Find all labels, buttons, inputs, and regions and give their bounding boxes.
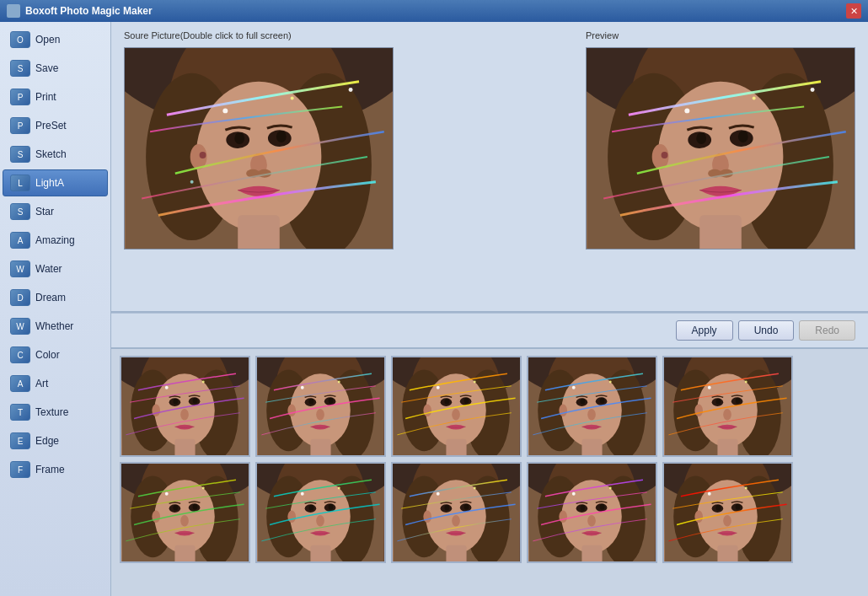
buttons-area: Apply Undo Redo	[111, 313, 868, 347]
svg-point-63	[308, 399, 313, 405]
sidebar-item-dream[interactable]: DDream	[3, 284, 108, 311]
svg-point-128	[202, 487, 205, 490]
sidebar-item-whether[interactable]: WWhether	[3, 313, 108, 340]
sidebar-item-label-water: Water	[35, 263, 62, 275]
thumbnail-t10[interactable]	[662, 462, 793, 563]
svg-point-80	[452, 409, 460, 421]
sidebar-item-open[interactable]: OOpen	[3, 26, 108, 53]
sidebar-item-label-print: Print	[35, 91, 56, 103]
whether-icon: W	[10, 318, 30, 335]
sidebar-item-edge[interactable]: EEdge	[3, 427, 108, 454]
sidebar-item-label-sketch: Sketch	[35, 148, 67, 160]
svg-point-36	[684, 108, 689, 113]
print-icon: P	[10, 89, 30, 105]
svg-point-108	[715, 399, 721, 405]
svg-point-19	[190, 180, 194, 184]
top-section: Soure Picture(Double click to full scree…	[111, 22, 868, 313]
preset-icon: P	[10, 117, 30, 134]
sketch-icon: S	[10, 146, 30, 163]
sidebar-item-color[interactable]: CColor	[3, 341, 108, 368]
sidebar-item-art[interactable]: AArt	[3, 370, 108, 397]
svg-point-171	[559, 511, 567, 524]
svg-point-138	[308, 505, 313, 511]
svg-point-125	[180, 515, 189, 527]
preview-photo	[586, 47, 855, 250]
sidebar-item-preset[interactable]: PPreSet	[3, 112, 108, 139]
sidebar-item-frame[interactable]: FFrame	[3, 456, 108, 483]
water-icon: W	[10, 260, 30, 277]
sidebar-item-save[interactable]: SSave	[3, 55, 108, 82]
art-icon: A	[10, 375, 30, 392]
thumbnail-t2[interactable]	[255, 356, 386, 457]
svg-rect-45	[174, 439, 195, 455]
thumbnail-row-1	[120, 356, 860, 457]
content-area: Soure Picture(Double click to full scree…	[111, 22, 868, 596]
svg-point-9	[234, 132, 244, 144]
svg-point-112	[708, 386, 711, 389]
thumbnail-t6[interactable]	[120, 462, 250, 563]
thumbnail-t5[interactable]	[662, 356, 793, 457]
svg-point-16	[222, 108, 228, 113]
preview-label: Preview	[586, 30, 855, 40]
svg-point-96	[559, 405, 567, 417]
svg-point-51	[152, 405, 160, 417]
sidebar-item-label-frame: Frame	[35, 464, 65, 475]
close-button[interactable]: ✕	[846, 3, 861, 19]
sidebar: OOpenSSavePPrintPPreSetSSketchLLightASSt…	[0, 22, 111, 596]
thumbnail-t4[interactable]	[527, 356, 657, 457]
thumbnail-t8[interactable]	[391, 462, 522, 563]
lighta-icon: L	[10, 175, 30, 191]
amazing-icon: A	[10, 232, 30, 249]
svg-point-18	[349, 88, 353, 92]
svg-point-184	[736, 504, 741, 510]
svg-point-64	[329, 398, 334, 404]
svg-point-65	[316, 409, 324, 421]
svg-rect-180	[717, 545, 737, 561]
svg-rect-135	[310, 545, 330, 561]
sidebar-item-label-open: Open	[35, 34, 60, 46]
redo-button[interactable]: Redo	[799, 320, 855, 341]
source-photo[interactable]	[124, 47, 394, 250]
svg-point-154	[464, 504, 469, 510]
sidebar-item-label-dream: Dream	[35, 292, 66, 303]
svg-rect-60	[310, 439, 330, 455]
svg-point-97	[572, 386, 576, 389]
svg-point-17	[291, 97, 294, 100]
thumbnail-row-2	[120, 462, 860, 563]
sidebar-item-amazing[interactable]: AAmazing	[3, 227, 108, 254]
thumbnail-t7[interactable]	[255, 462, 386, 563]
svg-point-66	[287, 405, 296, 417]
svg-point-78	[444, 399, 449, 405]
sidebar-item-label-whether: Whether	[35, 320, 73, 332]
sidebar-item-label-star: Star	[35, 206, 54, 217]
main-container: OOpenSSavePPrintPPreSetSSketchLLightASSt…	[0, 22, 868, 596]
thumbnail-t1[interactable]	[120, 356, 250, 457]
svg-point-29	[696, 132, 706, 144]
svg-point-187	[708, 492, 711, 496]
sidebar-item-star[interactable]: SStar	[3, 198, 108, 225]
svg-point-37	[753, 97, 756, 100]
svg-point-30	[738, 131, 748, 142]
sidebar-item-print[interactable]: PPrint	[3, 83, 108, 110]
thumbnail-t9[interactable]	[527, 462, 657, 563]
star-icon: S	[10, 203, 30, 220]
open-icon: O	[10, 31, 30, 48]
source-panel: Soure Picture(Double click to full scree…	[124, 30, 394, 303]
apply-button[interactable]: Apply	[676, 320, 733, 341]
svg-point-95	[587, 409, 596, 421]
svg-point-110	[723, 409, 731, 421]
svg-rect-90	[581, 439, 602, 455]
sidebar-item-water[interactable]: WWater	[3, 255, 108, 282]
svg-rect-165	[581, 545, 602, 561]
sidebar-item-texture[interactable]: TTexture	[3, 399, 108, 426]
thumbnail-t3[interactable]	[391, 356, 522, 457]
dream-icon: D	[10, 289, 30, 306]
sidebar-item-sketch[interactable]: SSketch	[3, 141, 108, 168]
svg-point-185	[723, 515, 731, 527]
undo-button[interactable]: Undo	[738, 320, 795, 341]
svg-point-168	[580, 505, 585, 511]
svg-point-50	[180, 409, 189, 421]
svg-point-126	[152, 511, 160, 524]
sidebar-item-lighta[interactable]: LLightA	[3, 169, 108, 196]
svg-point-127	[165, 492, 169, 496]
